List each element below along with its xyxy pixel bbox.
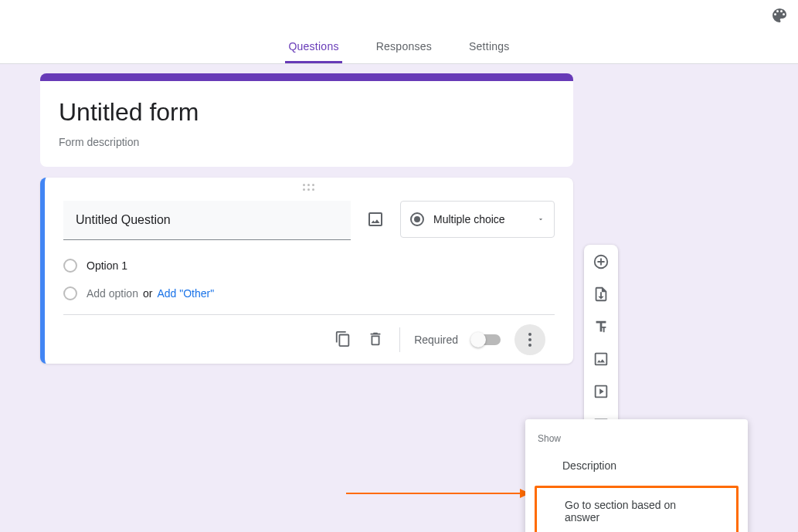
radio-icon bbox=[410, 212, 424, 226]
question-type-select[interactable]: Multiple choice bbox=[400, 201, 555, 238]
question-type-label: Multiple choice bbox=[433, 213, 537, 225]
menu-item-description[interactable]: Description bbox=[525, 449, 748, 483]
add-option-text[interactable]: Add option bbox=[87, 287, 138, 300]
duplicate-icon[interactable] bbox=[334, 330, 353, 349]
tab-questions[interactable]: Questions bbox=[285, 40, 341, 63]
drag-handle-icon[interactable] bbox=[303, 184, 315, 191]
delete-icon[interactable] bbox=[367, 330, 385, 349]
radio-circle-icon bbox=[63, 286, 77, 300]
more-options-button[interactable] bbox=[514, 324, 545, 355]
theme-palette-icon[interactable] bbox=[770, 6, 789, 25]
form-description[interactable]: Form description bbox=[59, 136, 555, 148]
radio-circle-icon bbox=[63, 259, 77, 273]
more-vert-icon bbox=[528, 333, 531, 347]
dropdown-arrow-icon bbox=[537, 215, 545, 223]
add-other-link[interactable]: Add "Other" bbox=[157, 287, 214, 300]
or-text: or bbox=[143, 287, 152, 300]
side-toolbar bbox=[584, 245, 618, 441]
form-title[interactable]: Untitled form bbox=[59, 98, 555, 127]
form-header-card[interactable]: Untitled form Form description bbox=[40, 73, 573, 167]
option-row[interactable]: Option 1 bbox=[63, 259, 555, 273]
annotation-arrow bbox=[346, 486, 531, 501]
add-question-icon[interactable] bbox=[592, 252, 610, 271]
required-label: Required bbox=[414, 334, 458, 346]
question-text-input[interactable] bbox=[63, 201, 351, 240]
tab-settings[interactable]: Settings bbox=[466, 40, 513, 63]
add-title-icon[interactable] bbox=[592, 317, 610, 336]
question-card: Multiple choice Option 1 Add option or A… bbox=[40, 178, 573, 364]
import-questions-icon[interactable] bbox=[592, 285, 610, 303]
menu-item-goto-section[interactable]: Go to section based on answer bbox=[537, 488, 736, 532]
add-video-icon[interactable] bbox=[592, 382, 610, 401]
add-image-icon[interactable] bbox=[592, 350, 610, 368]
tab-responses[interactable]: Responses bbox=[373, 40, 435, 63]
option-text[interactable]: Option 1 bbox=[87, 259, 127, 272]
popup-section-label: Show bbox=[525, 425, 748, 449]
add-option-row: Add option or Add "Other" bbox=[63, 286, 555, 300]
add-image-icon[interactable] bbox=[366, 210, 385, 229]
question-options-menu: Show Description Go to section based on … bbox=[525, 419, 748, 532]
main-tabs: Questions Responses Settings bbox=[0, 37, 798, 64]
footer-divider bbox=[399, 327, 400, 352]
required-toggle[interactable] bbox=[472, 334, 501, 345]
annotation-highlight: Go to section based on answer bbox=[535, 486, 739, 532]
